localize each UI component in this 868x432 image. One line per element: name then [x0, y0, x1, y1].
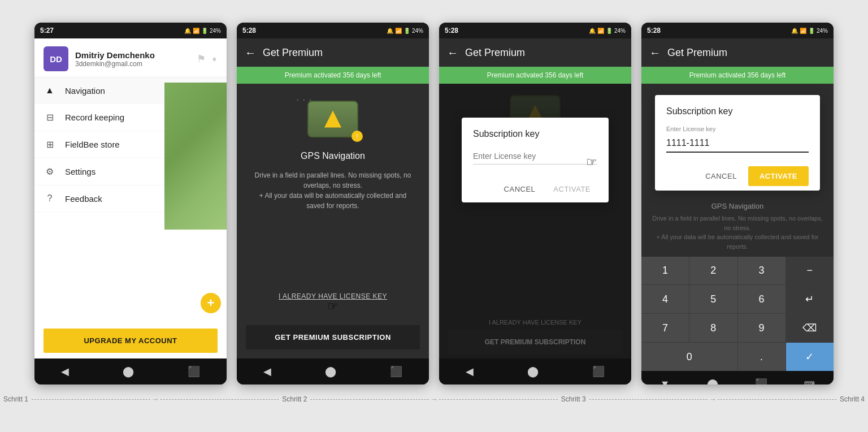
screen3-title: Get Premium [465, 47, 525, 59]
status-bar-2: 5:28 🔔 📶 🔋 24% [237, 23, 429, 38]
recent-button-2[interactable]: ⬛ [390, 365, 402, 378]
step-arrow-3: → [709, 395, 717, 404]
get-premium-button[interactable]: GET PREMIUM SUBSCRIPTION [246, 325, 420, 349]
back-button-3[interactable]: ◀ [466, 365, 474, 378]
bottom-nav-4: ▼ ⬤ ⬛ ⌨ [641, 371, 834, 385]
back-arrow-4[interactable]: ← [649, 46, 661, 59]
key-7[interactable]: 7 [641, 314, 689, 342]
license-key-input[interactable] [473, 148, 597, 165]
cursor-hand-input-icon: ☞ [586, 155, 597, 170]
keyboard-button-4[interactable]: ⌨ [804, 380, 815, 385]
screen3-phone: 5:28 🔔 📶 🔋 24% ← Get Premium Premium act… [439, 23, 631, 385]
sidebar-item-label: Feedback [65, 194, 102, 204]
back-button-4[interactable]: ▼ [660, 378, 670, 385]
key-6[interactable]: 6 [738, 285, 785, 313]
user-header: DD Dmitriy Demchenko 3ddemkin@gmail.com … [34, 38, 227, 77]
screens-container: 5:27 🔔 📶 🔋 24% DD Dmitriy Demchenko 3dde… [34, 23, 834, 385]
screen4-phone: 5:28 🔔 📶 🔋 24% ← Get Premium Premium act… [641, 23, 834, 385]
warning-badge: ! [351, 131, 363, 142]
step-3-label: Schritt 3 [558, 395, 589, 403]
sidebar-item-label: Record keeping [65, 113, 124, 122]
screen4-content: Subscription key Enter License key CANCE… [641, 84, 834, 371]
key-dot[interactable]: . [738, 343, 785, 371]
settings-icon: ⚙ [44, 166, 56, 177]
dialog-activate-button[interactable]: ACTIVATE [546, 180, 597, 198]
gps-feature-desc: Drive in a field in parallel lines. No m… [255, 170, 411, 211]
sidebar-item-label: FieldBee store [65, 140, 120, 149]
map-overlay [164, 83, 227, 230]
gps-feature-title: GPS Navigation [301, 151, 365, 161]
key-0[interactable]: 0 [641, 343, 737, 371]
status-icons-2: 🔔 📶 🔋 24% [387, 28, 423, 34]
screen4-cancel-button[interactable]: CANCEL [698, 166, 744, 186]
step-1-label: Schritt 1 [0, 395, 32, 403]
gps-device-icon [307, 101, 358, 137]
key-backspace[interactable]: ⌫ [786, 314, 834, 342]
key-minus[interactable]: − [786, 257, 834, 284]
recent-button-4[interactable]: ⬛ [755, 378, 767, 385]
user-name: Dmitriy Demchenko [75, 50, 155, 60]
top-bar-2: ← Get Premium [237, 38, 429, 67]
recent-button-3[interactable]: ⬛ [592, 365, 605, 378]
back-arrow-3[interactable]: ← [447, 46, 458, 59]
screen4-activate-button[interactable]: ACTIVATE [748, 166, 809, 186]
step-arrow-1: → [151, 395, 159, 404]
recent-button-1[interactable]: ⬛ [188, 365, 200, 378]
key-9[interactable]: 9 [738, 314, 785, 342]
top-bar-3: ← Get Premium [439, 38, 631, 67]
key-enter[interactable]: ↵ [786, 285, 834, 313]
status-icons-1: 🔔 📶 🔋 24% [184, 28, 221, 34]
steps-row: Schritt 1 → Schritt 2 → Schritt 3 → Schr… [0, 395, 868, 404]
gps-icon-wrapper: · · · ! [307, 101, 358, 137]
time-3: 5:28 [445, 27, 458, 34]
back-button-1[interactable]: ◀ [61, 365, 69, 378]
user-info: Dmitriy Demchenko 3ddemkin@gmail.com [75, 50, 155, 68]
subscription-dialog: Subscription key ☞ CANCEL ACTIVATE [462, 118, 609, 202]
status-bar-1: 5:27 🔔 📶 🔋 24% [34, 23, 227, 38]
premium-banner-2: Premium activated 356 days left [237, 67, 429, 84]
dialog-cancel-button[interactable]: CANCEL [497, 180, 542, 198]
gps-feature-area: · · · ! GPS Navigation Drive in a field … [255, 101, 411, 211]
sidebar-item-label: Navigation [65, 86, 105, 96]
home-button-4[interactable]: ⬤ [707, 378, 718, 385]
back-arrow-2[interactable]: ← [245, 46, 256, 59]
key-confirm[interactable]: ✓ [786, 343, 834, 371]
status-bar-3: 5:28 🔔 📶 🔋 24% [439, 23, 631, 38]
map-preview [164, 83, 227, 230]
license-key-input-filled[interactable] [666, 135, 809, 153]
layers-icon: ⬧ [211, 53, 218, 65]
upgrade-account-button[interactable]: UPGRADE MY ACCOUNT [44, 329, 218, 353]
step-line-3 [310, 399, 429, 400]
status-icons-3: 🔔 📶 🔋 24% [589, 28, 626, 34]
key-8[interactable]: 8 [689, 314, 737, 342]
screen4-dialog-title: Subscription key [666, 106, 809, 116]
home-button-3[interactable]: ⬤ [527, 365, 539, 378]
step-4-label: Schritt 4 [836, 395, 868, 403]
key-2[interactable]: 2 [689, 257, 737, 284]
key-3[interactable]: 3 [738, 257, 785, 284]
step-2-label: Schritt 2 [279, 395, 310, 403]
screen2-title: Get Premium [263, 47, 323, 59]
header-icons: ⚑ ⬧ [197, 53, 218, 65]
key-1[interactable]: 1 [641, 257, 689, 284]
screen3-content: GPS Navigation Subscription key ☞ CANCEL… [439, 84, 631, 358]
help-icon: ? [44, 193, 56, 204]
key-5[interactable]: 5 [689, 285, 737, 313]
user-email: 3ddemkin@gmail.com [75, 60, 155, 68]
screen3-bottom-btns: I ALREADY HAVE LICENSE KEY GET PREMIUM S… [439, 314, 631, 358]
time-4: 5:28 [647, 27, 661, 34]
step-line-6 [718, 399, 836, 400]
input-label: Enter License key [666, 126, 809, 132]
top-bar-4: ← Get Premium [641, 38, 834, 67]
home-button-2[interactable]: ⬤ [325, 365, 336, 378]
screen1-phone: 5:27 🔔 📶 🔋 24% DD Dmitriy Demchenko 3dde… [34, 23, 227, 385]
key-4[interactable]: 4 [641, 285, 689, 313]
add-button[interactable]: + [201, 293, 221, 313]
back-button-2[interactable]: ◀ [263, 365, 271, 378]
screen2-phone: 5:28 🔔 📶 🔋 24% ← Get Premium Premium act… [237, 23, 429, 385]
status-bar-4: 5:28 🔔 📶 🔋 24% [641, 23, 834, 38]
store-icon: ⊞ [44, 139, 56, 150]
sidebar-item-label: Settings [65, 167, 96, 176]
premium-banner-4: Premium activated 356 days left [641, 67, 834, 84]
home-button-1[interactable]: ⬤ [123, 365, 134, 378]
